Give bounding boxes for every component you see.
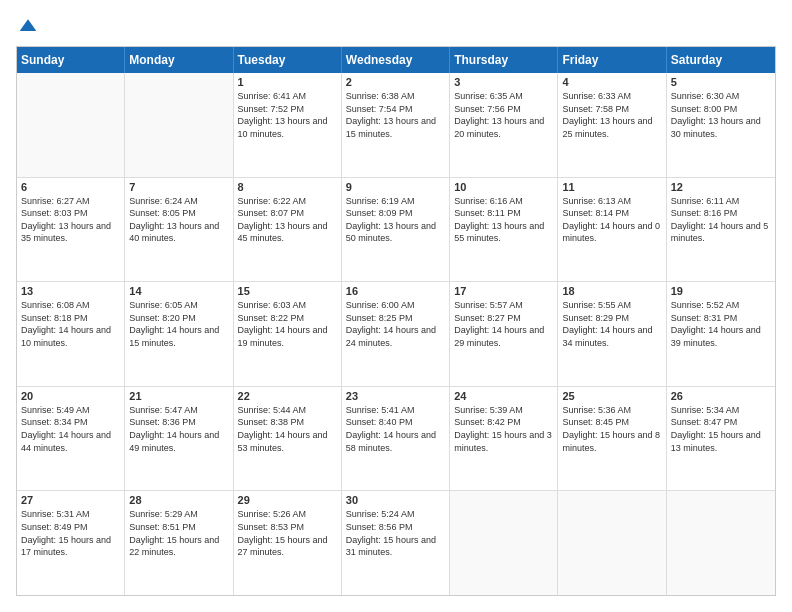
day-number: 18 <box>562 285 661 297</box>
header <box>16 16 776 36</box>
cell-text: Sunset: 8:07 PM <box>238 207 337 220</box>
day-number: 2 <box>346 76 445 88</box>
day-number: 22 <box>238 390 337 402</box>
day-number: 24 <box>454 390 553 402</box>
cell-text: Daylight: 13 hours and 45 minutes. <box>238 220 337 245</box>
cell-text: Sunrise: 6:08 AM <box>21 299 120 312</box>
cell-text: Sunset: 8:36 PM <box>129 416 228 429</box>
calendar-cell <box>125 73 233 177</box>
cell-text: Sunrise: 6:11 AM <box>671 195 771 208</box>
header-saturday: Saturday <box>667 47 775 73</box>
day-number: 30 <box>346 494 445 506</box>
cell-text: Daylight: 14 hours and 53 minutes. <box>238 429 337 454</box>
cell-text: Daylight: 14 hours and 58 minutes. <box>346 429 445 454</box>
calendar-cell: 5Sunrise: 6:30 AMSunset: 8:00 PMDaylight… <box>667 73 775 177</box>
cell-text: Daylight: 14 hours and 44 minutes. <box>21 429 120 454</box>
calendar-row: 20Sunrise: 5:49 AMSunset: 8:34 PMDayligh… <box>17 387 775 492</box>
cell-text: Sunset: 8:29 PM <box>562 312 661 325</box>
calendar-cell: 22Sunrise: 5:44 AMSunset: 8:38 PMDayligh… <box>234 387 342 491</box>
cell-text: Sunset: 7:52 PM <box>238 103 337 116</box>
calendar-cell: 24Sunrise: 5:39 AMSunset: 8:42 PMDayligh… <box>450 387 558 491</box>
calendar: Sunday Monday Tuesday Wednesday Thursday… <box>16 46 776 596</box>
cell-text: Sunrise: 5:29 AM <box>129 508 228 521</box>
cell-text: Sunrise: 5:24 AM <box>346 508 445 521</box>
cell-text: Sunrise: 5:49 AM <box>21 404 120 417</box>
cell-text: Daylight: 13 hours and 20 minutes. <box>454 115 553 140</box>
calendar-cell: 12Sunrise: 6:11 AMSunset: 8:16 PMDayligh… <box>667 178 775 282</box>
day-number: 12 <box>671 181 771 193</box>
calendar-row: 13Sunrise: 6:08 AMSunset: 8:18 PMDayligh… <box>17 282 775 387</box>
cell-text: Sunrise: 5:44 AM <box>238 404 337 417</box>
cell-text: Sunset: 8:53 PM <box>238 521 337 534</box>
cell-text: Sunset: 7:58 PM <box>562 103 661 116</box>
cell-text: Sunrise: 6:05 AM <box>129 299 228 312</box>
cell-text: Sunset: 8:38 PM <box>238 416 337 429</box>
calendar-cell: 4Sunrise: 6:33 AMSunset: 7:58 PMDaylight… <box>558 73 666 177</box>
cell-text: Sunset: 8:45 PM <box>562 416 661 429</box>
cell-text: Daylight: 14 hours and 24 minutes. <box>346 324 445 349</box>
calendar-row: 6Sunrise: 6:27 AMSunset: 8:03 PMDaylight… <box>17 178 775 283</box>
cell-text: Sunrise: 6:24 AM <box>129 195 228 208</box>
cell-text: Sunrise: 6:30 AM <box>671 90 771 103</box>
cell-text: Sunset: 8:00 PM <box>671 103 771 116</box>
calendar-cell: 15Sunrise: 6:03 AMSunset: 8:22 PMDayligh… <box>234 282 342 386</box>
cell-text: Sunset: 8:34 PM <box>21 416 120 429</box>
calendar-cell: 21Sunrise: 5:47 AMSunset: 8:36 PMDayligh… <box>125 387 233 491</box>
calendar-cell: 29Sunrise: 5:26 AMSunset: 8:53 PMDayligh… <box>234 491 342 595</box>
cell-text: Sunset: 8:03 PM <box>21 207 120 220</box>
cell-text: Sunrise: 6:19 AM <box>346 195 445 208</box>
day-number: 3 <box>454 76 553 88</box>
cell-text: Sunrise: 5:57 AM <box>454 299 553 312</box>
cell-text: Sunrise: 6:41 AM <box>238 90 337 103</box>
cell-text: Sunset: 8:22 PM <box>238 312 337 325</box>
calendar-cell: 27Sunrise: 5:31 AMSunset: 8:49 PMDayligh… <box>17 491 125 595</box>
cell-text: Daylight: 14 hours and 15 minutes. <box>129 324 228 349</box>
cell-text: Sunset: 8:20 PM <box>129 312 228 325</box>
day-number: 19 <box>671 285 771 297</box>
day-number: 26 <box>671 390 771 402</box>
cell-text: Daylight: 15 hours and 31 minutes. <box>346 534 445 559</box>
calendar-cell: 28Sunrise: 5:29 AMSunset: 8:51 PMDayligh… <box>125 491 233 595</box>
cell-text: Sunset: 8:11 PM <box>454 207 553 220</box>
day-number: 10 <box>454 181 553 193</box>
day-number: 21 <box>129 390 228 402</box>
cell-text: Sunrise: 5:41 AM <box>346 404 445 417</box>
cell-text: Sunset: 8:40 PM <box>346 416 445 429</box>
day-number: 4 <box>562 76 661 88</box>
cell-text: Sunrise: 5:31 AM <box>21 508 120 521</box>
calendar-cell: 3Sunrise: 6:35 AMSunset: 7:56 PMDaylight… <box>450 73 558 177</box>
logo-text <box>16 16 38 36</box>
cell-text: Daylight: 13 hours and 55 minutes. <box>454 220 553 245</box>
day-number: 15 <box>238 285 337 297</box>
cell-text: Sunrise: 6:22 AM <box>238 195 337 208</box>
day-number: 7 <box>129 181 228 193</box>
cell-text: Daylight: 13 hours and 15 minutes. <box>346 115 445 140</box>
cell-text: Daylight: 15 hours and 17 minutes. <box>21 534 120 559</box>
day-number: 9 <box>346 181 445 193</box>
cell-text: Sunset: 8:42 PM <box>454 416 553 429</box>
calendar-cell: 1Sunrise: 6:41 AMSunset: 7:52 PMDaylight… <box>234 73 342 177</box>
cell-text: Daylight: 14 hours and 49 minutes. <box>129 429 228 454</box>
header-wednesday: Wednesday <box>342 47 450 73</box>
cell-text: Sunrise: 5:26 AM <box>238 508 337 521</box>
day-number: 11 <box>562 181 661 193</box>
cell-text: Daylight: 15 hours and 22 minutes. <box>129 534 228 559</box>
cell-text: Daylight: 15 hours and 3 minutes. <box>454 429 553 454</box>
cell-text: Sunset: 7:54 PM <box>346 103 445 116</box>
calendar-cell: 2Sunrise: 6:38 AMSunset: 7:54 PMDaylight… <box>342 73 450 177</box>
cell-text: Sunrise: 6:27 AM <box>21 195 120 208</box>
cell-text: Sunrise: 6:00 AM <box>346 299 445 312</box>
cell-text: Sunrise: 6:35 AM <box>454 90 553 103</box>
cell-text: Sunset: 8:31 PM <box>671 312 771 325</box>
cell-text: Sunset: 8:56 PM <box>346 521 445 534</box>
cell-text: Sunrise: 5:55 AM <box>562 299 661 312</box>
calendar-cell <box>667 491 775 595</box>
cell-text: Sunrise: 6:03 AM <box>238 299 337 312</box>
calendar-cell: 18Sunrise: 5:55 AMSunset: 8:29 PMDayligh… <box>558 282 666 386</box>
cell-text: Sunrise: 5:34 AM <box>671 404 771 417</box>
cell-text: Sunset: 8:47 PM <box>671 416 771 429</box>
calendar-cell: 10Sunrise: 6:16 AMSunset: 8:11 PMDayligh… <box>450 178 558 282</box>
header-sunday: Sunday <box>17 47 125 73</box>
day-number: 28 <box>129 494 228 506</box>
cell-text: Daylight: 14 hours and 0 minutes. <box>562 220 661 245</box>
